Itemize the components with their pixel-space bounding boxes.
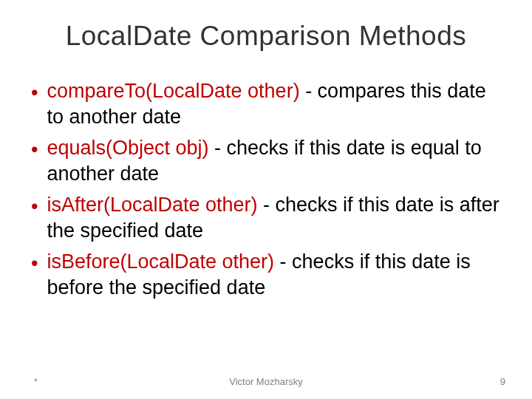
bullet-text: compareTo(LocalDate other) - compares th…	[47, 78, 501, 129]
bullet-icon: •	[31, 137, 38, 163]
footer-asterisk: *	[34, 377, 38, 387]
slide-content: • compareTo(LocalDate other) - compares …	[0, 78, 532, 300]
bullet-icon: •	[31, 194, 38, 219]
method-name: equals(Object obj)	[47, 137, 208, 159]
footer-page-number: 9	[500, 376, 505, 387]
bullet-text: isBefore(LocalDate other) - checks if th…	[47, 249, 501, 300]
bullet-icon: •	[31, 80, 38, 106]
footer-author: Victor Mozharsky	[229, 376, 302, 387]
method-name: isBefore(LocalDate other)	[47, 250, 274, 273]
slide-footer: * Victor Mozharsky 9	[0, 376, 532, 387]
method-name: compareTo(LocalDate other)	[47, 80, 299, 102]
bullet-icon: •	[31, 250, 38, 276]
list-item: • isBefore(LocalDate other) - checks if …	[31, 249, 501, 300]
list-item: • equals(Object obj) - checks if this da…	[31, 135, 501, 186]
slide-title: LocalDate Comparison Methods	[0, 0, 532, 78]
list-item: • compareTo(LocalDate other) - compares …	[31, 78, 501, 129]
list-item: • isAfter(LocalDate other) - checks if t…	[31, 192, 501, 243]
bullet-text: equals(Object obj) - checks if this date…	[47, 135, 501, 186]
method-name: isAfter(LocalDate other)	[47, 194, 257, 216]
bullet-text: isAfter(LocalDate other) - checks if thi…	[47, 192, 501, 243]
